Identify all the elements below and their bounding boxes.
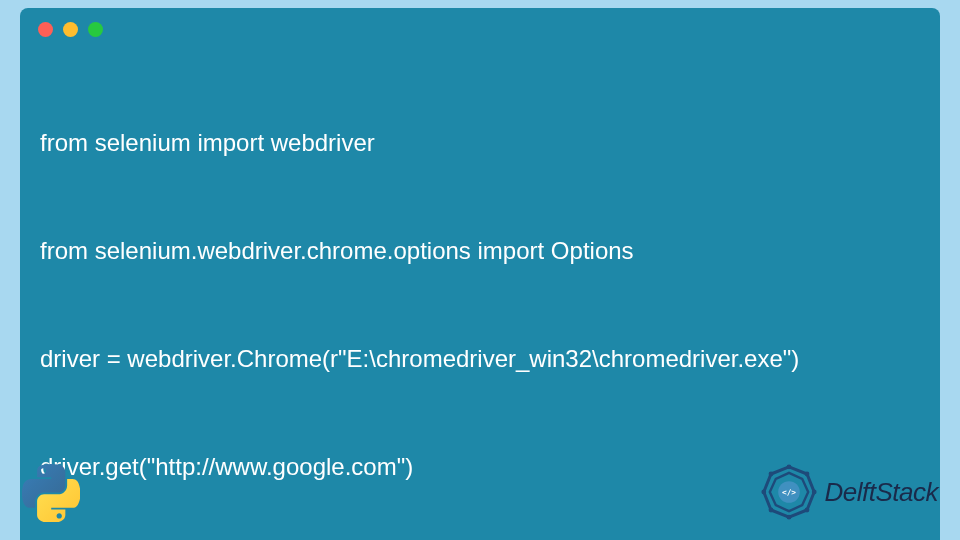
svg-point-3: [804, 472, 809, 477]
svg-point-2: [786, 464, 791, 469]
delftstack-logo: </> DelftStack: [759, 462, 939, 522]
svg-point-6: [786, 515, 791, 520]
svg-point-4: [811, 490, 816, 495]
close-icon: [38, 22, 53, 37]
code-window: from selenium import webdriver from sele…: [20, 8, 940, 540]
svg-point-7: [768, 508, 773, 513]
svg-text:</>: </>: [781, 488, 795, 497]
brand-name: DelftStack: [825, 477, 939, 508]
code-line: driver = webdriver.Chrome(r"E:\chromedri…: [40, 341, 920, 377]
minimize-icon: [63, 22, 78, 37]
maximize-icon: [88, 22, 103, 37]
svg-point-9: [768, 472, 773, 477]
window-titlebar: [20, 8, 940, 47]
code-line: from selenium.webdriver.chrome.options i…: [40, 233, 920, 269]
code-line: from selenium import webdriver: [40, 125, 920, 161]
svg-point-8: [761, 490, 766, 495]
delftstack-icon: </>: [759, 462, 819, 522]
svg-point-5: [804, 508, 809, 513]
python-logo-icon: [22, 464, 80, 522]
